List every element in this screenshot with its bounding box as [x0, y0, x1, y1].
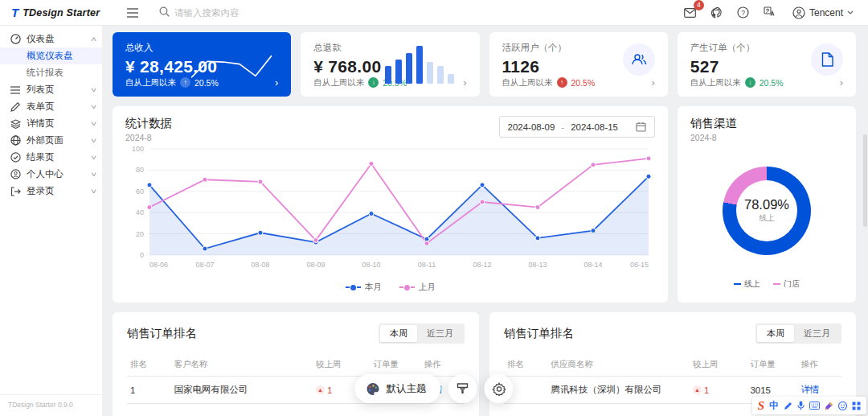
emoji-icon[interactable] [838, 402, 847, 410]
skin-icon[interactable] [825, 402, 833, 410]
sogou-logo-icon[interactable]: S [758, 399, 764, 413]
col-customer-name: 客户名称 [171, 353, 313, 377]
sidebar-item-login-page[interactable]: 登录页 ˅ [0, 183, 102, 200]
global-search[interactable] [159, 6, 295, 20]
translate-icon[interactable] [760, 2, 780, 23]
app-window: T TDesign Starter 4 ? [0, 0, 868, 416]
theme-label: 默认主题 [387, 382, 427, 396]
brush-icon [457, 382, 469, 395]
chevron-right-icon[interactable]: › [275, 76, 278, 89]
svg-text:40: 40 [136, 208, 144, 216]
sidebar-item-detail-page[interactable]: 详情页 ˅ [0, 115, 102, 132]
date-start: 2024-08-09 [508, 122, 555, 132]
sidebar-item-label: 个人中心 [27, 168, 63, 180]
svg-text:08-09: 08-09 [306, 261, 325, 269]
check-circle-icon [10, 152, 21, 163]
sidebar-item-overview-dashboard[interactable]: 概览仪表盘 [0, 47, 102, 64]
calendar-icon [636, 122, 646, 132]
keyboard-icon[interactable] [809, 402, 820, 410]
ime-toolbar: S 中 [752, 397, 866, 414]
sidebar-item-label: 表单页 [27, 101, 55, 113]
svg-text:08-11: 08-11 [418, 261, 436, 269]
notification-badge: 4 [694, 0, 704, 10]
col-order-qty: 订单量 [747, 353, 797, 377]
col-supplier-name: 供应商名称 [548, 353, 690, 377]
legend-this-month[interactable]: 本月 [346, 282, 382, 293]
sidebar-item-label: 列表页 [27, 84, 55, 96]
sidebar-item-list-page[interactable]: 列表页 ˅ [0, 81, 102, 98]
default-theme-button[interactable]: 默认主题 [355, 374, 441, 403]
sidebar-item-form-page[interactable]: 表单页 ˅ [0, 98, 102, 115]
paint-brush-button[interactable] [448, 374, 477, 403]
tab-this-week[interactable]: 本周 [380, 325, 417, 342]
stat-cards-row: 总收入 ¥ 28,425.00 自从上周以来 ↑ 20.5% › 总退款 ¥ 7… [113, 32, 856, 97]
file-icon [811, 43, 843, 76]
sidebar-item-label: 仪表盘 [27, 33, 55, 45]
sidebar-item-external-page[interactable]: 外部页面 ˅ [0, 132, 102, 149]
list-icon [10, 86, 21, 94]
settings-button[interactable] [485, 374, 514, 403]
col-vs-last-week: 较上周 [690, 353, 747, 377]
panel-subtitle: 2024-8 [125, 133, 172, 142]
sidebar-item-statistic-report[interactable]: 统计报表 [0, 64, 102, 81]
trend-down-icon: ↓ [745, 77, 755, 88]
legend-store[interactable]: 门店 [773, 278, 800, 290]
sidebar-item-user-center[interactable]: 个人中心 ˅ [0, 166, 102, 183]
scrollbar[interactable] [862, 26, 868, 416]
donut-center-value: 78.09% [744, 197, 789, 212]
sidebar-item-dashboard[interactable]: 仪表盘 ˄ [0, 31, 102, 47]
layers-icon [10, 119, 21, 129]
toolbox-grid-icon[interactable] [852, 402, 861, 410]
tab-last-3-months[interactable]: 近三月 [794, 325, 840, 342]
sidebar-item-result-page[interactable]: 结果页 ˅ [0, 149, 102, 166]
logo-t-icon: T [11, 6, 18, 19]
tab-last-3-months[interactable]: 近三月 [417, 325, 463, 342]
user-menu[interactable]: Tencent [792, 6, 854, 19]
svg-text:20: 20 [136, 230, 144, 238]
legend-last-month[interactable]: 上月 [399, 282, 436, 293]
user-name: Tencent [809, 7, 843, 19]
svg-text:08-15: 08-15 [630, 261, 649, 269]
app-logo[interactable]: T TDesign Starter [0, 6, 103, 19]
handwriting-icon[interactable] [784, 402, 792, 410]
chevron-down-icon: ˅ [91, 86, 96, 94]
table-title: 销售订单排名 [504, 326, 574, 341]
edit-icon [10, 102, 21, 112]
github-icon[interactable] [706, 2, 727, 23]
stat-card-total-refund: 总退款 ¥ 768.00 自从上周以来 ↓ 20.5% › [301, 32, 479, 97]
sidebar-item-label: 详情页 [27, 117, 55, 130]
scrollbar-thumb[interactable] [863, 134, 867, 227]
chevron-right-icon[interactable]: › [651, 76, 654, 89]
svg-text:100: 100 [132, 145, 144, 153]
detail-link[interactable]: 详情 [800, 385, 819, 394]
chevron-down-icon: ˅ [91, 187, 96, 196]
chevron-down-icon: ˅ [91, 103, 96, 111]
mail-icon[interactable]: 4 [680, 2, 701, 23]
search-input[interactable] [174, 8, 295, 18]
col-actions: 操作 [797, 353, 841, 377]
date-range-picker[interactable]: 2024-08-09 - 2024-08-15 [499, 116, 656, 138]
stat-card-active-users: 活跃用户（个） 1126 自从上周以来 ↑ 20.5% › [489, 32, 668, 97]
chevron-right-icon[interactable]: › [463, 76, 466, 89]
legend-online[interactable]: 线上 [734, 278, 760, 290]
trend-down-icon: ↓ [368, 77, 379, 88]
col-rank: 排名 [504, 353, 548, 377]
chevron-right-icon[interactable]: › [840, 76, 843, 89]
sales-channel-donut-chart[interactable]: 78.09% 线上 [723, 167, 811, 255]
help-icon[interactable]: ? [733, 2, 754, 23]
period-tabs: 本周 近三月 [379, 323, 465, 344]
stats-line-chart[interactable]: 02040608010008-0608-0708-0808-0908-1008-… [125, 142, 655, 281]
svg-text:80: 80 [136, 166, 144, 174]
mic-icon[interactable] [797, 401, 805, 410]
chevron-down-icon: ˅ [91, 137, 96, 145]
chinese-mode-icon[interactable]: 中 [769, 399, 779, 413]
cell-supplier-name: 腾讯科技（深圳）有限公司 [548, 377, 690, 404]
tab-this-week[interactable]: 本周 [757, 325, 794, 342]
app-version: TDesign Starter 0.9.0 [0, 394, 102, 416]
trend-label: 自从上周以来 [502, 77, 553, 89]
sales-channel-panel: 销售渠道 2024-8 78.09% 线上 线上 门店 [678, 106, 856, 303]
collapse-menu-icon[interactable] [127, 8, 138, 18]
internet-icon [10, 135, 21, 146]
col-actions: 操作 [420, 353, 465, 377]
donut-legend: 线上 门店 [690, 278, 843, 293]
